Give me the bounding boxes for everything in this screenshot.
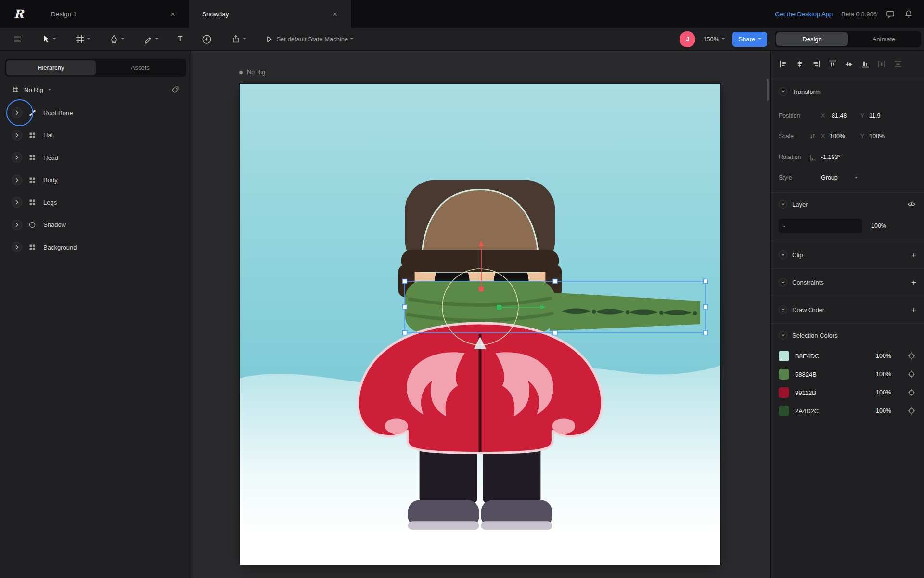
color-target-icon[interactable] [907,388,916,397]
tab-snowday[interactable]: Snowday × [189,0,351,28]
artboard-tool-button[interactable] [72,31,93,47]
add-draw-order-button[interactable]: + [911,306,916,314]
color-target-icon[interactable] [907,406,916,416]
get-desktop-app-link[interactable]: Get the Desktop App [775,11,833,18]
style-dropdown[interactable]: Group [821,174,846,181]
chevron-down-icon[interactable] [779,87,787,96]
text-tool-button[interactable]: T [174,31,186,47]
expand-button[interactable] [12,152,22,163]
scale-y-input[interactable]: 100% [869,133,900,140]
align-center-horizontal-icon[interactable] [795,59,805,69]
layer-opacity-input[interactable]: 100% [871,223,886,229]
layer-section-header[interactable]: Layer [771,193,924,216]
align-center-vertical-icon[interactable] [844,59,854,69]
align-bottom-icon[interactable] [860,59,870,69]
tree-item-body[interactable]: Body [0,169,191,192]
color-hex-value[interactable]: 2A4D2C [795,407,819,415]
chevron-down-icon[interactable] [155,38,158,40]
align-top-icon[interactable] [828,59,837,69]
color-swatch[interactable] [779,387,789,398]
expand-button[interactable] [12,242,22,252]
tab-hierarchy[interactable]: Hierarchy [6,60,96,75]
color-swatch[interactable] [779,351,789,361]
rig-selector-row[interactable]: No Rig [0,79,191,100]
align-left-icon[interactable] [779,59,788,69]
color-opacity-input[interactable]: 100% [876,407,907,414]
close-icon[interactable]: × [168,9,177,19]
pen-tool-button[interactable] [140,31,162,47]
chevron-down-icon[interactable] [350,38,353,40]
link-scale-icon[interactable] [808,132,816,140]
expand-button[interactable] [12,175,22,185]
avatar[interactable]: J [680,31,695,47]
rive-logo[interactable]: R [0,0,38,28]
events-tool-button[interactable] [198,31,215,47]
color-opacity-input[interactable]: 100% [876,353,907,359]
menu-button[interactable] [10,31,26,47]
transform-section-header[interactable]: Transform [771,78,924,105]
chevron-down-icon[interactable] [53,38,56,40]
canvas[interactable]: No Rig [191,51,770,578]
export-button[interactable] [228,31,249,47]
scale-x-input[interactable]: 100% [830,133,860,140]
chevron-down-icon[interactable] [779,331,787,340]
color-target-icon[interactable] [907,351,916,361]
chevron-down-icon[interactable] [722,38,725,40]
color-opacity-input[interactable]: 100% [876,389,907,396]
tag-icon[interactable] [170,85,180,94]
distribute-horizontal-icon[interactable] [877,59,886,69]
draw-order-section-header[interactable]: Draw Order + [771,296,924,323]
canvas-rig-badge[interactable]: No Rig [239,69,265,76]
add-constraint-button[interactable]: + [911,278,916,287]
chevron-down-icon[interactable] [779,305,787,314]
chevron-down-icon[interactable] [48,89,51,91]
align-right-icon[interactable] [811,59,821,69]
clip-section-header[interactable]: Clip + [771,241,924,268]
expand-button[interactable] [12,107,22,118]
feedback-icon[interactable] [886,9,895,19]
constraints-section-header[interactable]: Constraints + [771,269,924,296]
layer-visibility-button[interactable] [907,199,916,209]
chevron-down-icon[interactable] [779,250,787,259]
select-tool-button[interactable] [38,31,59,47]
mode-animate-button[interactable]: Animate [848,32,920,46]
canvas-scrollbar-thumb[interactable] [767,79,769,101]
expand-button[interactable] [12,220,22,230]
tree-item-background[interactable]: Background [0,236,191,259]
share-button[interactable]: Share [732,32,767,47]
color-hex-value[interactable]: 99112B [795,389,816,396]
color-swatch[interactable] [779,406,789,416]
tree-item-root-bone[interactable]: Root Bone [0,102,191,124]
chevron-down-icon[interactable] [855,177,858,179]
selection-colors-section-header[interactable]: Selection Colors [771,324,924,347]
close-icon[interactable]: × [331,9,339,19]
bell-icon[interactable] [904,9,913,19]
tree-item-head[interactable]: Head [0,146,191,169]
position-y-input[interactable]: 11.9 [869,112,900,119]
color-hex-value[interactable]: 58824B [795,371,817,378]
paint-tool-button[interactable] [106,31,128,47]
chevron-down-icon[interactable] [243,38,246,40]
chevron-down-icon[interactable] [87,38,90,40]
blend-mode-input[interactable]: - [779,219,862,233]
tab-assets[interactable]: Assets [96,60,185,75]
color-hex-value[interactable]: B8E4DC [795,353,820,360]
expand-button[interactable] [12,130,22,141]
color-swatch[interactable] [779,369,789,380]
state-machine-button[interactable]: Set default State Machine [261,31,357,47]
position-x-input[interactable]: -81.48 [830,112,860,119]
zoom-control[interactable]: 150% [703,36,725,43]
expand-button[interactable] [12,197,22,208]
rotation-input[interactable]: -1.193° [821,154,852,160]
artboard-snowday[interactable] [240,84,720,565]
chevron-down-icon[interactable] [779,200,787,209]
chevron-down-icon[interactable] [121,38,124,40]
tree-item-legs[interactable]: Legs [0,191,191,214]
chevron-down-icon[interactable] [779,278,787,287]
distribute-vertical-icon[interactable] [893,59,903,69]
tree-item-shadow[interactable]: Shadow [0,214,191,236]
add-clip-button[interactable]: + [911,251,916,259]
tab-design-1[interactable]: Design 1 × [38,0,189,28]
color-opacity-input[interactable]: 100% [876,371,907,378]
tree-item-hat[interactable]: Hat [0,124,191,147]
